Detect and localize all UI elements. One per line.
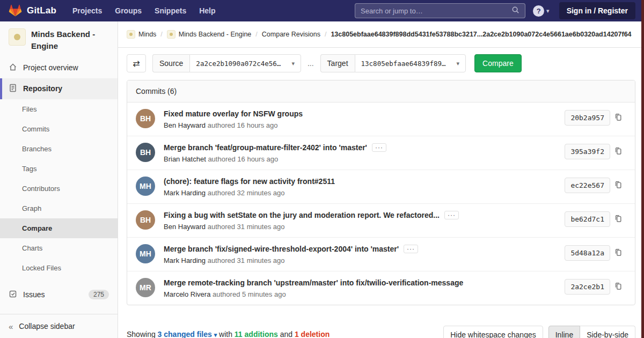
commit-title-link[interactable]: (chore): feature flags for new activity …: [164, 177, 335, 186]
project-header-link[interactable]: Minds Backend - Engine: [0, 21, 118, 57]
sidebar-item-repository[interactable]: Repository: [0, 78, 118, 99]
sign-in-button[interactable]: Sign in / Register: [559, 2, 635, 19]
project-title: Minds Backend - Engine: [31, 28, 109, 52]
sidebar-item-files[interactable]: Files: [0, 99, 118, 119]
commit-meta: Brian Hatchet authored 16 hours ago: [164, 155, 556, 163]
commit-sha[interactable]: be62d7c1: [565, 211, 610, 227]
sidebar-item-contributors[interactable]: Contributors: [0, 179, 118, 199]
ellipsis-icon: ···: [407, 245, 415, 253]
collapse-label: Collapse sidebar: [19, 322, 75, 330]
project-sidebar: Minds Backend - Engine Project overview …: [0, 21, 118, 338]
copy-sha-button[interactable]: [610, 178, 626, 193]
hide-whitespace-button[interactable]: Hide whitespace changes: [443, 326, 543, 338]
sidebar-item-issues[interactable]: Issues 275: [0, 284, 118, 305]
chevron-down-icon: ▾: [546, 8, 550, 14]
avatar[interactable]: BH: [136, 109, 155, 128]
sidebar-item-project-overview[interactable]: Project overview: [0, 57, 118, 78]
breadcrumb-group-link[interactable]: Minds: [127, 30, 156, 39]
inline-view-button[interactable]: Inline: [548, 326, 580, 338]
copy-sha-button[interactable]: [610, 279, 626, 295]
commit-author-link[interactable]: Ben Hayward: [164, 121, 206, 129]
commit-meta: Marcelo Rivera authored 5 minutes ago: [164, 290, 556, 298]
copy-sha-button[interactable]: [610, 245, 626, 261]
copy-sha-button[interactable]: [610, 110, 626, 126]
commit-author-link[interactable]: Brian Hatchet: [164, 155, 206, 163]
target-revision-dropdown[interactable]: 13c805ebfaae64839f89… ▾: [355, 54, 466, 72]
expand-commit-message-button[interactable]: ···: [372, 143, 386, 152]
commit-row: BH Merge branch 'feat/group-mature-filte…: [127, 136, 635, 170]
commit-sha[interactable]: 20b2a957: [565, 110, 610, 126]
sidebar-item-label: Project overview: [23, 63, 78, 72]
nav-groups[interactable]: Groups: [108, 3, 148, 18]
commit-sha[interactable]: 395a39f2: [565, 144, 610, 159]
avatar[interactable]: BH: [136, 143, 155, 162]
sidebar-item-locked-files[interactable]: Locked Files: [0, 258, 118, 278]
commit-sha[interactable]: ec22e567: [565, 178, 610, 193]
expand-commit-message-button[interactable]: ···: [444, 211, 459, 219]
commit-author-link[interactable]: Ben Hayward: [164, 223, 206, 231]
commit-title-link[interactable]: Merge branch 'feat/group-mature-filter-2…: [164, 143, 367, 152]
avatar[interactable]: MR: [136, 278, 155, 297]
nav-snippets[interactable]: Snippets: [148, 3, 193, 18]
sidebar-item-compare[interactable]: Compare: [0, 218, 118, 238]
group-avatar: [127, 30, 135, 39]
commit-row: MH Merge branch 'fix/signed-wire-thresho…: [127, 237, 635, 271]
breadcrumb-compare-link[interactable]: Compare Revisions: [262, 31, 320, 38]
sidebar-item-charts[interactable]: Charts: [0, 238, 118, 258]
avatar[interactable]: MH: [136, 244, 155, 263]
diff-stats: Showing 3 changed files ▾ with 11 additi…: [127, 326, 330, 338]
expand-commit-message-button[interactable]: ···: [404, 245, 418, 253]
compare-separator: ...: [308, 59, 314, 68]
help-icon: ?: [533, 5, 544, 17]
diff-summary-bar: Showing 3 changed files ▾ with 11 additi…: [127, 326, 635, 338]
nav-projects[interactable]: Projects: [66, 3, 108, 18]
commit-sha[interactable]: 2a2ce2b1: [565, 279, 610, 295]
commit-title-link[interactable]: Fixing a bug with setState on the jury a…: [164, 210, 440, 220]
copy-sha-button[interactable]: [610, 144, 626, 159]
sidebar-item-graph[interactable]: Graph: [0, 199, 118, 218]
source-label: Source: [152, 54, 189, 72]
commit-title-link[interactable]: Fixed mature overlay for NSFW groups: [164, 109, 303, 119]
vertical-scrollbar[interactable]: [641, 0, 644, 338]
breadcrumb-project-link[interactable]: Minds Backend - Engine: [167, 30, 252, 39]
commits-panel: Commits (6) BH Fixed mature overlay for …: [127, 80, 635, 305]
repository-icon: [9, 84, 17, 94]
breadcrumb: Minds / Minds Backend - Engine / Compare…: [118, 21, 644, 48]
commit-author-link[interactable]: Mark Harding: [164, 256, 206, 264]
clipboard-icon: [614, 113, 622, 123]
avatar[interactable]: MH: [136, 177, 155, 196]
compare-button[interactable]: Compare: [474, 54, 522, 72]
issues-icon: [9, 290, 17, 300]
gitlab-tanuki-icon: [9, 4, 22, 18]
sidebar-item-branches[interactable]: Branches: [0, 139, 118, 159]
chevron-down-icon: ▾: [214, 332, 217, 338]
commit-sha[interactable]: 5d48a12a: [565, 245, 610, 261]
source-input-group: Source 2a2ce2b1090a072c4e56… ▾: [152, 54, 301, 72]
search-input[interactable]: [361, 7, 511, 15]
repository-submenu: Files Commits Branches Tags Contributors…: [0, 99, 118, 278]
collapse-icon: «: [9, 322, 13, 330]
side-by-side-view-button[interactable]: Side-by-side: [580, 326, 635, 338]
breadcrumb-current-sha-range: 13c805ebfaae64839f898dd5431fe53788bc3217…: [331, 31, 631, 38]
help-dropdown[interactable]: ? ▾: [533, 5, 550, 17]
commit-author-link[interactable]: Mark Harding: [164, 189, 206, 197]
search-icon: [511, 6, 519, 16]
commit-row: MH (chore): feature flags for new activi…: [127, 170, 635, 203]
sidebar-item-commits[interactable]: Commits: [0, 119, 118, 139]
copy-sha-button[interactable]: [610, 211, 626, 227]
commit-title-link[interactable]: Merge remote-tracking branch 'upstream/m…: [164, 278, 463, 288]
nav-help[interactable]: Help: [193, 3, 222, 18]
ellipsis-icon: ···: [375, 144, 383, 151]
sidebar-item-tags[interactable]: Tags: [0, 159, 118, 179]
swap-revisions-button[interactable]: ⇄: [127, 54, 146, 72]
commit-meta: Ben Hayward authored 31 minutes ago: [164, 223, 556, 231]
avatar[interactable]: BH: [136, 210, 155, 230]
clipboard-icon: [614, 214, 622, 224]
commit-author-link[interactable]: Marcelo Rivera: [164, 290, 210, 298]
global-search[interactable]: [355, 3, 525, 18]
gitlab-home-link[interactable]: GitLab: [9, 4, 56, 18]
commit-title-link[interactable]: Merge branch 'fix/signed-wire-threshold-…: [164, 244, 399, 254]
changed-files-dropdown[interactable]: 3 changed files ▾: [158, 330, 217, 338]
collapse-sidebar-button[interactable]: « Collapse sidebar: [0, 314, 118, 338]
source-revision-dropdown[interactable]: 2a2ce2b1090a072c4e56… ▾: [189, 54, 301, 72]
